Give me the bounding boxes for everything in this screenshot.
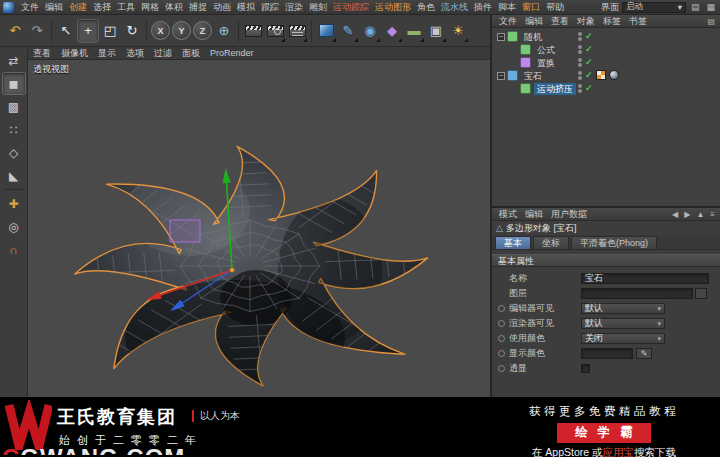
- menu-item-插件[interactable]: 插件: [471, 0, 495, 14]
- keyframe-circle[interactable]: [498, 335, 505, 342]
- object-label[interactable]: 公式: [534, 44, 558, 56]
- forward-icon[interactable]: ▶: [682, 210, 692, 219]
- 编辑器可见-dropdown[interactable]: 默认▾: [581, 303, 665, 314]
- add-cube-button[interactable]: [315, 19, 337, 43]
- point-mode-icon[interactable]: ∷: [2, 118, 26, 141]
- viewport-menu-过滤[interactable]: 过滤: [149, 47, 177, 60]
- layout-grid-icon[interactable]: ▦: [704, 2, 717, 12]
- render-settings-button[interactable]: [286, 19, 308, 43]
- enable-check-icon[interactable]: ✓: [585, 44, 593, 54]
- visibility-dots[interactable]: [578, 45, 582, 54]
- ommenu-item-对象[interactable]: 对象: [573, 15, 599, 28]
- coordinate-system-button[interactable]: ⊕: [213, 19, 235, 43]
- ommenu-item-标签[interactable]: 标签: [599, 15, 625, 28]
- redo-icon[interactable]: ↷: [26, 19, 48, 43]
- menu-item-捕捉[interactable]: 捕捉: [186, 0, 210, 14]
- object-row-宝石[interactable]: −宝石✓: [492, 69, 720, 82]
- add-light-button[interactable]: ☀: [447, 19, 469, 43]
- tab-坐标[interactable]: 坐标: [533, 236, 569, 249]
- uvw-tag-icon[interactable]: [596, 70, 606, 80]
- live-selection-icon[interactable]: ↖: [55, 19, 77, 43]
- move-tool-icon[interactable]: +: [77, 19, 99, 43]
- viewport[interactable]: 透视视图: [28, 60, 490, 397]
- menu-item-工具[interactable]: 工具: [114, 0, 138, 14]
- add-camera-button[interactable]: ▣: [425, 19, 447, 43]
- ommenu-item-书签[interactable]: 书签: [625, 15, 651, 28]
- om-filter-icon[interactable]: ▤: [705, 17, 717, 26]
- keyframe-circle[interactable]: [498, 350, 505, 357]
- expander-icon[interactable]: −: [497, 33, 505, 41]
- menu-item-运动图形[interactable]: 运动图形: [372, 0, 414, 14]
- object-row-置换[interactable]: 置换✓: [492, 56, 720, 69]
- panel-menu-icon[interactable]: ≡: [708, 210, 717, 219]
- viewport-menu-ProRender[interactable]: ProRender: [205, 48, 259, 58]
- snap-icon[interactable]: ∩: [2, 238, 26, 261]
- viewport-menu-显示[interactable]: 显示: [93, 47, 121, 60]
- undo-icon[interactable]: ↶: [4, 19, 26, 43]
- menu-item-角色[interactable]: 角色: [414, 0, 438, 14]
- solo-mode-icon[interactable]: ◎: [2, 215, 26, 238]
- object-label[interactable]: 置换: [534, 57, 558, 69]
- viewport-menu-摄像机[interactable]: 摄像机: [56, 47, 93, 60]
- layer-picker-button[interactable]: [695, 288, 707, 299]
- gem-3d-object[interactable]: [28, 60, 490, 397]
- add-floor-button[interactable]: ▬: [403, 19, 425, 43]
- menu-item-帮助[interactable]: 帮助: [543, 0, 567, 14]
- x-axis-lock-button[interactable]: X: [151, 21, 170, 40]
- enable-check-icon[interactable]: ✓: [585, 31, 593, 41]
- menu-item-流水线[interactable]: 流水线: [438, 0, 471, 14]
- layout-panel-icon[interactable]: ▤: [689, 2, 702, 12]
- ommenu-item-文件[interactable]: 文件: [495, 15, 521, 28]
- edit-color-button[interactable]: ✎: [636, 348, 652, 359]
- ommenu-item-查看[interactable]: 查看: [547, 15, 573, 28]
- add-deformer-button[interactable]: ◆: [381, 19, 403, 43]
- make-editable-icon[interactable]: ⇄: [2, 49, 26, 72]
- menu-item-创建[interactable]: 创建: [66, 0, 90, 14]
- scale-tool-icon[interactable]: ◰: [99, 19, 121, 43]
- object-label[interactable]: 运动挤压: [534, 83, 576, 95]
- z-axis-lock-button[interactable]: Z: [193, 21, 212, 40]
- keyframe-circle[interactable]: [498, 305, 505, 312]
- enable-axis-icon[interactable]: ✚: [2, 192, 26, 215]
- app-button[interactable]: 绘学霸: [557, 423, 651, 443]
- tab-基本[interactable]: 基本: [495, 236, 531, 249]
- 渲染器可见-dropdown[interactable]: 默认▾: [581, 318, 665, 329]
- render-view-button[interactable]: [242, 19, 264, 43]
- polygon-mode-icon[interactable]: ◣: [2, 164, 26, 187]
- layout-select[interactable]: 启动 ▾: [622, 2, 686, 13]
- menu-item-模拟[interactable]: 模拟: [234, 0, 258, 14]
- menu-item-选择[interactable]: 选择: [90, 0, 114, 14]
- display-color-swatch[interactable]: [581, 348, 633, 359]
- ammenu-item-用户数据[interactable]: 用户数据: [547, 208, 591, 221]
- 图层-input[interactable]: [581, 288, 693, 299]
- object-label[interactable]: 随机: [521, 31, 545, 43]
- add-spline-button[interactable]: ✎: [337, 19, 359, 43]
- menu-item-编辑[interactable]: 编辑: [42, 0, 66, 14]
- enable-check-icon[interactable]: ✓: [585, 57, 593, 67]
- texture-mode-icon[interactable]: ▩: [2, 95, 26, 118]
- object-row-公式[interactable]: 公式✓: [492, 43, 720, 56]
- visibility-dots[interactable]: [578, 32, 582, 41]
- keyframe-circle[interactable]: [498, 320, 505, 327]
- enable-check-icon[interactable]: ✓: [585, 83, 593, 93]
- section-header[interactable]: 基本属性: [492, 254, 720, 267]
- back-icon[interactable]: ◀: [670, 210, 680, 219]
- ammenu-item-模式[interactable]: 模式: [495, 208, 521, 221]
- keyframe-circle[interactable]: [498, 365, 505, 372]
- menu-item-渲染[interactable]: 渲染: [282, 0, 306, 14]
- app-icon[interactable]: [3, 2, 14, 13]
- object-label[interactable]: 宝石: [521, 70, 545, 82]
- render-picture-viewer-button[interactable]: [264, 19, 286, 43]
- viewport-menu-面板[interactable]: 面板: [177, 47, 205, 60]
- menu-item-脚本[interactable]: 脚本: [495, 0, 519, 14]
- menu-item-窗口[interactable]: 窗口: [519, 0, 543, 14]
- menu-item-跟踪[interactable]: 跟踪: [258, 0, 282, 14]
- visibility-dots[interactable]: [578, 58, 582, 67]
- menu-item-动画[interactable]: 动画: [210, 0, 234, 14]
- 使用颜色-dropdown[interactable]: 关闭▾: [581, 333, 665, 344]
- ammenu-item-编辑[interactable]: 编辑: [521, 208, 547, 221]
- phong-tag-icon[interactable]: [609, 70, 619, 80]
- ommenu-item-编辑[interactable]: 编辑: [521, 15, 547, 28]
- object-row-运动挤压[interactable]: 运动挤压✓: [492, 82, 720, 95]
- visibility-dots[interactable]: [578, 71, 582, 80]
